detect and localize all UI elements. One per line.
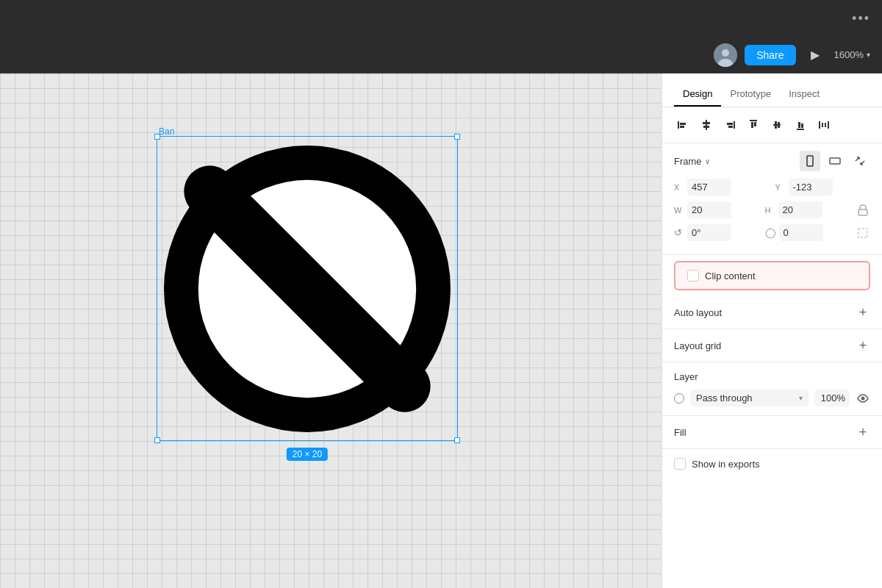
handle-top-left[interactable] [154,134,160,140]
show-exports-checkbox[interactable] [674,458,686,470]
align-center-v-icon [771,119,783,131]
frame-landscape-icon [828,154,842,168]
share-button[interactable]: Share [745,45,795,65]
size-badge: 20 × 20 [287,448,328,461]
layout-grid-add-button[interactable]: + [856,338,870,353]
show-exports-label: Show in exports [692,459,760,470]
avatar[interactable] [714,43,737,67]
play-button[interactable]: ▶ [803,43,827,67]
handle-bottom-right[interactable] [454,437,460,443]
svg-rect-10 [706,120,707,130]
y-label: Y [775,183,786,192]
corner-label: ◯ [765,227,776,238]
rotation-corner-row: ↺ ◯ [674,224,870,241]
layout-grid-title: Layout grid [674,340,721,351]
align-left-icon [677,119,689,131]
svg-rect-22 [797,129,804,130]
auto-layout-title: Auto layout [674,307,722,318]
align-center-v-button[interactable] [767,115,787,135]
tab-design[interactable]: Design [674,82,721,107]
align-bottom-icon [795,119,806,131]
svg-rect-20 [775,121,777,129]
canvas-area[interactable]: Ban 20 × 20 [0,74,662,588]
fill-title: Fill [674,427,686,438]
svg-rect-18 [754,122,756,126]
svg-rect-25 [819,121,820,129]
align-left-button[interactable] [673,115,693,135]
svg-rect-8 [680,123,686,125]
svg-rect-15 [728,126,733,128]
svg-rect-13 [734,121,735,129]
zoom-level: 1600% [834,49,864,60]
corner-options-icon[interactable] [856,226,870,240]
svg-rect-21 [778,122,780,128]
frame-section: Frame ∨ [662,143,882,255]
align-top-button[interactable] [743,115,764,135]
w-input[interactable] [687,201,731,218]
svg-rect-12 [703,126,709,128]
svg-rect-31 [858,209,867,215]
play-icon: ▶ [811,48,820,62]
zoom-chevron-icon: ▾ [867,51,870,59]
xy-row: X Y [674,179,870,196]
svg-rect-24 [801,123,803,128]
auto-layout-section: Auto layout + [662,296,882,329]
blend-mode-selector[interactable]: Pass through ▾ [690,390,808,406]
layer-section: Layer Pass through ▾ 100% [662,362,882,416]
y-input[interactable] [789,179,833,196]
svg-rect-11 [703,122,710,124]
more-options-icon[interactable]: ••• [852,11,870,26]
layer-row: Pass through ▾ 100% [674,390,870,406]
auto-layout-header[interactable]: Auto layout + [674,305,870,320]
layout-grid-header[interactable]: Layout grid + [674,338,870,353]
frame-resize-icon [853,154,867,168]
svg-rect-14 [727,123,733,125]
zoom-indicator[interactable]: 1600% ▾ [834,49,870,60]
exports-section: Show in exports [662,449,882,478]
tab-inspect[interactable]: Inspect [780,82,828,107]
opacity-input[interactable]: 100% [814,390,850,406]
frame-portrait-button[interactable] [800,151,820,171]
clip-content-checkbox[interactable] [687,270,699,282]
rotation-label: ↺ [674,227,684,238]
blend-mode-chevron-icon: ▾ [799,394,803,402]
visibility-toggle[interactable] [856,391,870,406]
right-panel: Design Prototype Inspect [662,74,882,588]
frame-label[interactable]: Frame ∨ [674,156,710,167]
panel-tabs: Design Prototype Inspect [662,74,882,107]
main-content: Ban 20 × 20 [0,74,882,588]
tab-prototype[interactable]: Prototype [721,82,780,107]
exports-row: Show in exports [674,458,870,470]
svg-rect-9 [680,126,684,128]
svg-rect-23 [798,122,800,128]
corner-input[interactable] [779,224,823,241]
align-center-h-button[interactable] [696,115,717,135]
layer-mode-icon [674,393,684,404]
svg-rect-17 [751,122,753,128]
frame-landscape-button[interactable] [825,151,845,171]
layout-grid-section: Layout grid + [662,329,882,362]
constrain-proportions-icon[interactable] [856,203,870,218]
rotation-input[interactable] [687,224,731,241]
frame-name-label: Ban [159,126,174,137]
svg-rect-26 [828,121,829,129]
layer-section-title: Layer [674,371,870,382]
handle-top-right[interactable] [454,134,460,140]
h-input[interactable] [778,201,822,218]
w-label: W [674,206,684,215]
auto-layout-add-button[interactable]: + [856,305,870,320]
fill-add-button[interactable]: + [856,425,870,440]
align-top-icon [747,119,759,131]
svg-point-1 [722,49,729,57]
eye-icon [857,394,869,403]
frame-resize-button[interactable] [850,151,870,171]
align-bottom-button[interactable] [790,115,811,135]
fill-header: Fill + [674,425,870,440]
x-input[interactable] [687,179,731,196]
align-toolbar [662,107,882,143]
distribute-button[interactable] [814,115,834,135]
frame-title: Frame [674,156,702,167]
handle-bottom-left[interactable] [154,437,160,443]
wh-row: W H [674,201,870,218]
align-right-button[interactable] [720,115,740,135]
